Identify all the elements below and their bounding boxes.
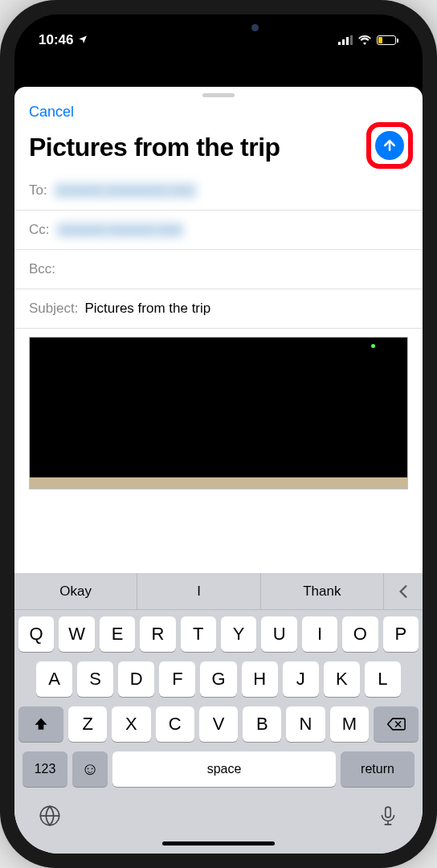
status-time: 10:46 bbox=[39, 32, 73, 48]
key-b[interactable]: B bbox=[243, 706, 281, 742]
key-l[interactable]: L bbox=[365, 661, 401, 697]
svg-rect-5 bbox=[386, 807, 391, 817]
cancel-button[interactable]: Cancel bbox=[29, 104, 74, 121]
key-q[interactable]: Q bbox=[18, 616, 54, 652]
bcc-label: Bcc: bbox=[29, 261, 55, 277]
key-emoji[interactable]: ☺ bbox=[72, 751, 108, 787]
svg-rect-3 bbox=[350, 35, 353, 45]
key-j[interactable]: J bbox=[283, 661, 319, 697]
mic-icon[interactable] bbox=[378, 805, 398, 833]
key-backspace[interactable] bbox=[374, 706, 419, 742]
arrow-up-icon bbox=[382, 137, 398, 154]
svg-rect-1 bbox=[342, 39, 345, 45]
compose-sheet: Cancel Pictures from the trip To: aaa bbox=[14, 87, 423, 854]
key-shift[interactable] bbox=[18, 706, 63, 742]
device-notch bbox=[134, 14, 303, 40]
subject-value: Pictures from the trip bbox=[84, 301, 210, 317]
to-label: To: bbox=[29, 182, 47, 199]
suggestion-collapse[interactable] bbox=[384, 573, 423, 609]
key-h[interactable]: H bbox=[242, 661, 278, 697]
key-f[interactable]: F bbox=[159, 661, 195, 697]
key-t[interactable]: T bbox=[181, 616, 216, 652]
key-row-1: Q W E R T Y U I O P bbox=[18, 616, 419, 652]
key-y[interactable]: Y bbox=[221, 616, 256, 652]
backspace-icon bbox=[386, 717, 406, 731]
key-a[interactable]: A bbox=[36, 661, 72, 697]
suggestion-bar: Okay I Thank bbox=[14, 573, 423, 610]
key-w[interactable]: W bbox=[59, 616, 94, 652]
key-return[interactable]: return bbox=[341, 751, 415, 787]
image-attachment[interactable] bbox=[29, 337, 408, 489]
key-k[interactable]: K bbox=[324, 661, 360, 697]
key-n[interactable]: N bbox=[286, 706, 325, 742]
suggestion-1[interactable]: Okay bbox=[14, 573, 137, 609]
svg-rect-2 bbox=[346, 37, 349, 45]
globe-icon[interactable] bbox=[39, 805, 61, 833]
key-g[interactable]: G bbox=[200, 661, 236, 697]
sheet-grabber[interactable] bbox=[202, 93, 235, 97]
chevron-left-icon bbox=[398, 584, 409, 599]
home-indicator[interactable] bbox=[162, 841, 275, 845]
suggestion-2[interactable]: I bbox=[137, 573, 260, 609]
bcc-field[interactable]: Bcc: bbox=[14, 250, 423, 289]
subject-field[interactable]: Subject: Pictures from the trip bbox=[14, 289, 423, 329]
cellular-signal-icon bbox=[338, 35, 353, 45]
key-row-3: Z X C V B N M bbox=[18, 706, 419, 742]
key-row-bottom: 123 ☺ space return bbox=[18, 751, 419, 787]
to-field[interactable]: To: aaaaaa aaaaaaaa aaa bbox=[14, 171, 423, 211]
cc-label: Cc: bbox=[29, 222, 50, 238]
key-c[interactable]: C bbox=[156, 706, 194, 742]
key-123[interactable]: 123 bbox=[22, 751, 67, 787]
keyboard: Okay I Thank Q W E R T bbox=[14, 573, 423, 854]
key-x[interactable]: X bbox=[112, 706, 150, 742]
battery-icon bbox=[377, 35, 398, 45]
cc-field[interactable]: Cc: aaaaaa aaaaaa aaa bbox=[14, 211, 423, 250]
shift-icon bbox=[33, 716, 49, 732]
key-space[interactable]: space bbox=[112, 751, 336, 787]
recording-indicator-icon bbox=[371, 344, 375, 348]
location-icon bbox=[78, 35, 88, 47]
key-i[interactable]: I bbox=[302, 616, 337, 652]
key-r[interactable]: R bbox=[140, 616, 175, 652]
key-v[interactable]: V bbox=[199, 706, 238, 742]
key-e[interactable]: E bbox=[100, 616, 135, 652]
key-row-2: A S D F G H J K L bbox=[18, 661, 419, 697]
key-s[interactable]: S bbox=[77, 661, 113, 697]
annotation-highlight bbox=[366, 122, 413, 169]
compose-title: Pictures from the trip bbox=[29, 133, 408, 162]
key-m[interactable]: M bbox=[330, 706, 369, 742]
subject-label: Subject: bbox=[29, 301, 78, 317]
suggestion-3[interactable]: Thank bbox=[261, 573, 384, 609]
wifi-icon bbox=[357, 35, 372, 45]
key-z[interactable]: Z bbox=[68, 706, 107, 742]
cc-value: aaaaaa aaaaaa aaa bbox=[56, 222, 184, 238]
key-p[interactable]: P bbox=[383, 616, 419, 652]
send-button[interactable] bbox=[375, 131, 404, 160]
emoji-icon: ☺ bbox=[81, 759, 99, 780]
key-d[interactable]: D bbox=[118, 661, 154, 697]
key-o[interactable]: O bbox=[342, 616, 378, 652]
svg-rect-0 bbox=[338, 42, 341, 45]
to-value: aaaaaa aaaaaaaa aaa bbox=[54, 182, 197, 199]
key-u[interactable]: U bbox=[261, 616, 296, 652]
